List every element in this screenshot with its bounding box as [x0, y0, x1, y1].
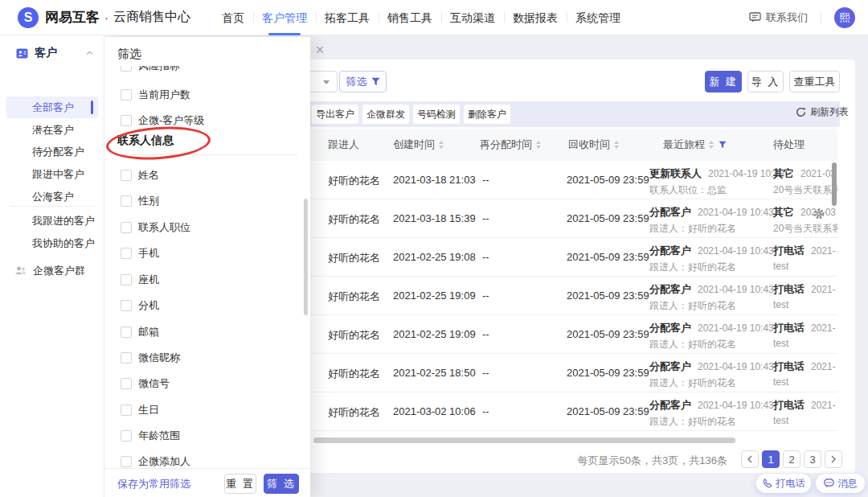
checkbox[interactable]: [121, 430, 132, 442]
sidebar-section-customer[interactable]: 客户: [0, 42, 104, 64]
checkbox[interactable]: [121, 222, 132, 233]
nav-item-channels[interactable]: 互动渠道: [441, 0, 504, 35]
checkbox[interactable]: [121, 115, 132, 126]
chevron-up-icon[interactable]: [86, 51, 93, 55]
filter-option-position[interactable]: 联系人职位: [104, 220, 310, 236]
checkbox[interactable]: [121, 405, 132, 416]
checkbox[interactable]: [121, 248, 132, 259]
checkbox[interactable]: [121, 378, 132, 389]
sort-icon[interactable]: [439, 141, 444, 149]
filter-option-wechat-id[interactable]: 微信号: [104, 376, 310, 392]
apply-filter-button[interactable]: 筛 选: [264, 474, 299, 494]
nav-item-home[interactable]: 首页: [213, 0, 253, 35]
cell-journey: 分配客户2021-04-19 10:43跟进人：好听的花名: [649, 205, 774, 236]
filter-option-extension[interactable]: 分机: [104, 298, 310, 314]
import-button[interactable]: 导 入: [747, 71, 784, 92]
nav-item-reports[interactable]: 数据报表: [504, 0, 567, 35]
sidebar-item-wecom-groups[interactable]: 企微客户群: [0, 260, 104, 281]
group-users-icon: [14, 265, 27, 276]
user-avatar[interactable]: 熙: [834, 7, 855, 28]
nav-item-system[interactable]: 系统管理: [567, 0, 629, 35]
sidebar-item-public-pool-customers[interactable]: 公海客户: [0, 186, 104, 207]
nav-item-prospecting-tools[interactable]: 拓客工具: [316, 0, 379, 35]
checkbox[interactable]: [121, 195, 132, 207]
cell-reassigned: --: [482, 212, 489, 224]
checkbox[interactable]: [121, 170, 132, 181]
filter-option-age-range[interactable]: 年龄范围: [104, 428, 310, 444]
checkbox[interactable]: [121, 352, 132, 364]
cell-recycled: 2021-05-09 23:59: [567, 212, 649, 224]
sidebar-item-my-assisted[interactable]: 我协助的客户: [0, 232, 104, 254]
filter-option-wechat-nickname[interactable]: 微信昵称: [104, 350, 310, 366]
filter-option-risk[interactable]: 风险指标: [104, 66, 310, 74]
filter-option-email[interactable]: 邮箱: [104, 324, 310, 340]
phone-icon: [763, 479, 772, 488]
contact-us-button[interactable]: 联系我们: [749, 10, 808, 25]
sidebar-item-potential-customers[interactable]: 潜在客户: [0, 119, 104, 141]
sidebar-item-following-customers[interactable]: 跟进中客户: [0, 163, 104, 185]
close-icon[interactable]: ×: [312, 42, 328, 58]
cell-owner: 好听的花名: [328, 212, 380, 227]
sidebar-item-my-followed[interactable]: 我跟进的客户: [0, 210, 104, 232]
next-page-button[interactable]: [825, 450, 842, 468]
sort-icon[interactable]: [536, 141, 541, 149]
wecom-broadcast-button[interactable]: 企微群发: [362, 105, 409, 124]
checkbox[interactable]: [121, 456, 132, 467]
nav-item-sales-tools[interactable]: 销售工具: [379, 0, 441, 35]
cell-reassigned: --: [482, 328, 489, 340]
cell-recycled: 2021-05-09 23:59: [567, 405, 649, 417]
checkbox[interactable]: [121, 327, 132, 338]
filter-panel-scrollbar[interactable]: [304, 199, 308, 315]
filter-option-gender[interactable]: 性别: [104, 193, 310, 209]
filter-option-wecom-level[interactable]: 企微-客户等级: [104, 113, 310, 129]
table-vertical-scrollbar[interactable]: [832, 162, 837, 206]
call-button-label: 打电话: [776, 477, 805, 491]
column-filter-funnel-icon[interactable]: [719, 141, 727, 149]
message-button[interactable]: 消息: [816, 474, 865, 493]
chat-bubble-icon: [749, 12, 761, 23]
nav-item-customer-management[interactable]: 客户管理: [253, 0, 316, 35]
cell-todo: 打电话2021-test: [773, 282, 837, 310]
cell-created: 2021-02-25 19:08: [393, 251, 476, 263]
call-button[interactable]: 打电话: [756, 474, 811, 493]
cell-owner: 好听的花名: [328, 328, 380, 343]
new-customer-button[interactable]: 新 建: [705, 71, 742, 92]
dedupe-tool-button[interactable]: 查重工具: [789, 71, 840, 92]
filter-option-birthday[interactable]: 生日: [104, 402, 310, 418]
export-customers-button[interactable]: 导出客户: [312, 105, 358, 124]
nav-right: 联系我们 熙: [749, 7, 855, 28]
sort-icon[interactable]: [709, 141, 714, 149]
checkbox[interactable]: [121, 89, 132, 101]
checkbox[interactable]: [121, 274, 132, 285]
column-reassigned: 再分配时间: [480, 129, 541, 161]
checkbox[interactable]: [121, 300, 132, 311]
filter-option-name[interactable]: 姓名: [104, 167, 310, 183]
column-recycled: 回收时间: [568, 129, 619, 161]
page-button-2[interactable]: 2: [783, 450, 800, 468]
cell-todo: 打电话2021-test: [773, 359, 837, 388]
checkbox[interactable]: [121, 66, 132, 72]
prev-page-button[interactable]: [741, 450, 759, 468]
filter-option-mobile[interactable]: 手机: [104, 245, 310, 261]
sidebar-item-all-customers[interactable]: 全部客户: [0, 97, 104, 118]
reset-button[interactable]: 重 置: [224, 474, 256, 494]
number-check-button[interactable]: 号码检测: [413, 105, 460, 124]
cell-recycled: 2021-05-09 23:59: [567, 328, 649, 340]
page-button-1[interactable]: 1: [762, 450, 780, 468]
filter-option-wecom-adder[interactable]: 企微添加人: [104, 454, 310, 468]
sidebar-section-label: 客户: [35, 46, 57, 60]
save-as-common-filter-link[interactable]: 保存为常用筛选: [117, 477, 190, 491]
cell-reassigned: --: [482, 367, 489, 379]
sort-icon[interactable]: [614, 141, 619, 149]
sidebar-item-unassigned-customers[interactable]: 待分配客户: [0, 141, 104, 162]
cell-reassigned: --: [482, 174, 489, 186]
refresh-list-button[interactable]: 刷新列表: [796, 105, 849, 119]
filter-option-landline[interactable]: 座机: [104, 272, 310, 288]
page-button-3[interactable]: 3: [804, 450, 821, 468]
table-horizontal-scrollbar[interactable]: [313, 437, 735, 443]
delete-customers-button[interactable]: 删除客户: [464, 105, 510, 124]
cell-todo: 其它2021-0320号当天联系客: [773, 205, 837, 236]
filter-option-current-users[interactable]: 当前用户数: [104, 87, 310, 103]
open-filter-button[interactable]: 筛选: [339, 71, 387, 92]
cell-recycled: 2021-05-09 23:59: [567, 290, 649, 302]
